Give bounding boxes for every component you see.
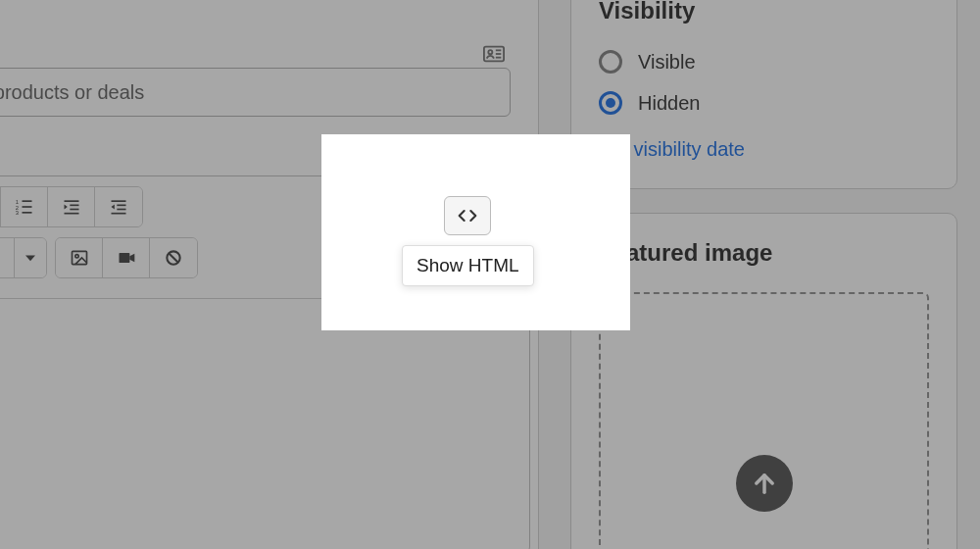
svg-rect-20: [64, 213, 78, 215]
svg-rect-25: [112, 213, 126, 215]
svg-line-38: [169, 253, 177, 262]
svg-rect-17: [64, 200, 78, 202]
upload-button[interactable]: [736, 455, 793, 512]
visibility-option-label: Hidden: [638, 92, 700, 115]
svg-rect-22: [112, 200, 126, 202]
svg-rect-14: [22, 206, 31, 208]
svg-marker-36: [129, 254, 134, 262]
svg-marker-21: [64, 205, 67, 210]
featured-image-heading: Featured image: [599, 239, 929, 267]
table-dropdown-button[interactable]: [15, 238, 46, 277]
image-button[interactable]: [56, 238, 103, 277]
svg-rect-12: [22, 200, 31, 202]
clear-format-button[interactable]: [150, 238, 197, 277]
svg-marker-32: [25, 256, 35, 262]
svg-rect-35: [119, 253, 129, 263]
svg-marker-26: [112, 205, 115, 210]
svg-rect-33: [72, 251, 86, 264]
radio-checked-icon: [599, 91, 622, 115]
arrow-up-icon: [751, 470, 778, 497]
svg-rect-24: [117, 209, 125, 211]
svg-text:3: 3: [15, 210, 18, 216]
show-html-tooltip: Show HTML: [402, 245, 534, 286]
show-html-button[interactable]: [444, 196, 491, 235]
visibility-option-label: Visible: [638, 51, 696, 74]
svg-point-1: [488, 50, 492, 54]
table-button[interactable]: [0, 238, 15, 277]
indent-button[interactable]: [95, 187, 142, 226]
visibility-option-hidden[interactable]: Hidden: [599, 91, 929, 115]
id-card-icon: [483, 45, 505, 63]
visibility-option-visible[interactable]: Visible: [599, 50, 929, 74]
svg-rect-18: [70, 205, 78, 207]
post-title-input[interactable]: [0, 68, 511, 117]
svg-rect-19: [70, 209, 78, 211]
numbered-list-button[interactable]: 123: [1, 187, 48, 226]
svg-point-34: [74, 255, 77, 258]
visibility-heading: Visibility: [599, 0, 929, 25]
outdent-button[interactable]: [48, 187, 95, 226]
radio-unchecked-icon: [599, 50, 622, 74]
svg-rect-16: [22, 212, 31, 214]
code-icon: [458, 209, 477, 223]
svg-rect-23: [117, 205, 125, 207]
video-button[interactable]: [103, 238, 150, 277]
featured-image-dropzone[interactable]: [599, 292, 929, 549]
